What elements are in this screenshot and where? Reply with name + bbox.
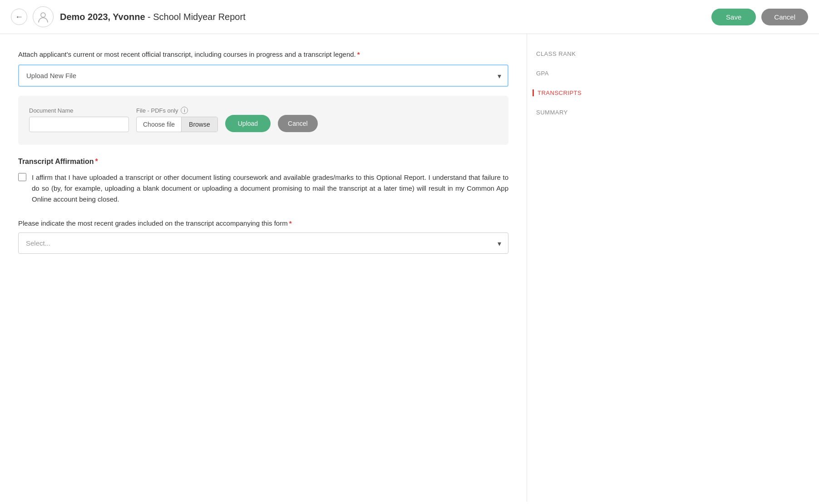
avatar <box>33 6 54 27</box>
save-button[interactable]: Save <box>711 9 756 25</box>
cancel-upload-button[interactable]: Cancel <box>278 115 318 132</box>
cancel-header-button[interactable]: Cancel <box>761 9 808 25</box>
document-name-input[interactable] <box>29 117 129 132</box>
affirmation-text: I affirm that I have uploaded a transcri… <box>32 172 508 205</box>
back-button[interactable]: ← <box>11 9 27 25</box>
sidebar-item-class-rank[interactable]: CLASS RANK <box>536 50 608 57</box>
affirmation-required: * <box>95 158 98 165</box>
file-input-row: Choose file Browse <box>136 117 218 132</box>
affirmation-row: I affirm that I have uploaded a transcri… <box>18 172 508 205</box>
upload-button[interactable]: Upload <box>225 115 271 132</box>
upload-file-dropdown[interactable]: Upload New File <box>18 64 508 87</box>
sidebar: CLASS RANK GPA TRANSCRIPTS SUMMARY <box>527 34 617 502</box>
document-name-label: Document Name <box>29 107 129 114</box>
main-content: Attach applicant's current or most recen… <box>0 34 527 502</box>
info-icon[interactable]: i <box>181 107 188 114</box>
file-group: File - PDFs only i Choose file Browse <box>136 107 218 132</box>
upload-box: Document Name File - PDFs only i Choose … <box>18 96 508 145</box>
transcript-instruction: Attach applicant's current or most recen… <box>18 50 508 58</box>
required-marker: * <box>357 50 360 58</box>
grades-dropdown-wrapper: Select... ▾ <box>18 232 508 254</box>
grades-dropdown[interactable]: Select... <box>18 232 508 254</box>
sidebar-item-gpa[interactable]: GPA <box>536 70 608 77</box>
sidebar-item-summary[interactable]: SUMMARY <box>536 109 608 116</box>
affirmation-checkbox[interactable] <box>18 173 26 181</box>
sidebar-item-transcripts[interactable]: TRANSCRIPTS <box>533 89 608 96</box>
header-actions: Save Cancel <box>711 9 808 25</box>
grades-section: Please indicate the most recent grades i… <box>18 219 508 254</box>
browse-button[interactable]: Browse <box>181 117 217 132</box>
grades-label: Please indicate the most recent grades i… <box>18 219 508 227</box>
affirmation-title: Transcript Affirmation* <box>18 158 508 166</box>
page-title: Demo 2023, Yvonne - School Midyear Repor… <box>60 12 711 22</box>
file-label: File - PDFs only i <box>136 107 218 114</box>
affirmation-section: Transcript Affirmation* I affirm that I … <box>18 158 508 205</box>
document-name-group: Document Name <box>29 107 129 132</box>
grades-required: * <box>289 219 292 227</box>
upload-row: Document Name File - PDFs only i Choose … <box>29 107 498 132</box>
svg-point-0 <box>41 13 45 17</box>
layout: Attach applicant's current or most recen… <box>0 34 819 502</box>
header: ← Demo 2023, Yvonne - School Midyear Rep… <box>0 0 819 34</box>
choose-file-label: Choose file <box>137 117 181 132</box>
upload-dropdown-wrapper: Upload New File ▾ <box>18 64 508 87</box>
